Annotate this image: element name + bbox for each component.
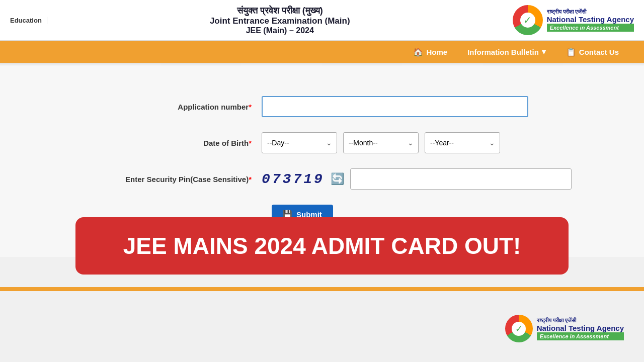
nav-info-bulletin-label: Information Bulletin bbox=[467, 48, 539, 56]
captcha-input[interactable] bbox=[350, 168, 572, 190]
nta-logo: ✓ राष्ट्रीय परीक्षा एजेंसी National Test… bbox=[513, 5, 634, 35]
captcha-container: 073719 🔄 bbox=[262, 168, 572, 190]
nta-checkmark-icon: ✓ bbox=[523, 14, 532, 26]
sub-title: JEE (Main) – 2024 bbox=[47, 26, 513, 35]
nav-home-label: Home bbox=[426, 48, 447, 56]
dropdown-icon: ▾ bbox=[542, 47, 546, 56]
month-select-wrapper: --Month--JanuaryFebruaryMarchAprilMayJun… bbox=[343, 132, 419, 153]
year-select[interactable]: --Year--20102009200820072006200520042003… bbox=[425, 132, 500, 153]
form-container: Application number* Date of Birth* --Day… bbox=[96, 86, 548, 234]
application-number-row: Application number* bbox=[116, 96, 528, 117]
captcha-code: 073719 bbox=[262, 171, 325, 187]
refresh-captcha-icon[interactable]: 🔄 bbox=[331, 172, 344, 186]
bottom-nta-text-box: राष्ट्रीय परीक्षा एजेंसी National Testin… bbox=[537, 317, 624, 340]
admit-card-banner: JEE MAINS 2024 ADMIT CARD OUT! bbox=[75, 217, 569, 275]
nav-contact-us[interactable]: 📋 Contact Us bbox=[556, 41, 629, 63]
header-right: ✓ राष्ट्रीय परीक्षा एजेंसी National Test… bbox=[513, 5, 634, 35]
dob-required-marker: * bbox=[249, 139, 252, 147]
nta-english-text: National Testing Agency bbox=[547, 15, 634, 24]
required-marker: * bbox=[249, 103, 252, 111]
nta-logo-circle: ✓ bbox=[513, 5, 543, 35]
home-icon: 🏠 bbox=[413, 47, 423, 57]
security-required-marker: * bbox=[249, 175, 252, 184]
nav-info-bulletin[interactable]: Information Bulletin ▾ bbox=[457, 41, 556, 63]
nav-contact-label: Contact Us bbox=[579, 48, 619, 56]
hindi-title: संयुक्त प्रवेश परीक्षा (मुख्य) bbox=[47, 6, 513, 16]
nta-tagline: Excellence in Assessment bbox=[547, 24, 634, 32]
bottom-nta-check-icon: ✓ bbox=[515, 323, 523, 334]
bottom-nta-english: National Testing Agency bbox=[537, 324, 624, 332]
bottom-nta-tagline: Excellence in Assessment bbox=[537, 332, 624, 340]
year-select-wrapper: --Year--20102009200820072006200520042003… bbox=[425, 132, 500, 153]
security-pin-label: Enter Security Pin(Case Sensitive)* bbox=[116, 175, 262, 184]
admit-card-banner-text: JEE MAINS 2024 ADMIT CARD OUT! bbox=[96, 232, 548, 259]
main-content: Application number* Date of Birth* --Day… bbox=[0, 66, 644, 257]
nav-home[interactable]: 🏠 Home bbox=[403, 41, 457, 63]
navbar: 🏠 Home Information Bulletin ▾ 📋 Contact … bbox=[0, 41, 644, 63]
dob-selects: --Day--123456789101112131415161718192021… bbox=[262, 132, 528, 153]
header-left: Education bbox=[10, 17, 47, 24]
dob-label: Date of Birth* bbox=[116, 139, 262, 147]
contact-icon: 📋 bbox=[566, 47, 576, 57]
security-pin-row: Enter Security Pin(Case Sensitive)* 0737… bbox=[116, 168, 528, 190]
edu-label: Education bbox=[10, 17, 47, 24]
bottom-nta-logo: ✓ राष्ट्रीय परीक्षा एजेंसी National Test… bbox=[505, 315, 624, 342]
application-number-input[interactable] bbox=[262, 96, 528, 117]
bottom-orange-bar bbox=[0, 287, 644, 291]
bottom-area: ✓ राष्ट्रीय परीक्षा एजेंसी National Test… bbox=[0, 287, 644, 347]
nta-text-box: राष्ट्रीय परीक्षा एजेंसी National Testin… bbox=[547, 9, 634, 32]
page-header: Education संयुक्त प्रवेश परीक्षा (मुख्य)… bbox=[0, 0, 644, 41]
day-select-wrapper: --Day--123456789101112131415161718192021… bbox=[262, 132, 337, 153]
bottom-nta-hindi: राष्ट्रीय परीक्षा एजेंसी bbox=[537, 317, 624, 324]
eng-title: Joint Entrance Examination (Main) bbox=[47, 16, 513, 26]
application-number-label: Application number* bbox=[116, 103, 262, 111]
month-select[interactable]: --Month--JanuaryFebruaryMarchAprilMayJun… bbox=[343, 132, 419, 153]
nta-hindi-text: राष्ट्रीय परीक्षा एजेंसी bbox=[547, 9, 634, 15]
bottom-nta-circle: ✓ bbox=[505, 315, 533, 342]
day-select[interactable]: --Day--123456789101112131415161718192021… bbox=[262, 132, 337, 153]
dob-row: Date of Birth* --Day--123456789101112131… bbox=[116, 132, 528, 153]
header-center: संयुक्त प्रवेश परीक्षा (मुख्य) Joint Ent… bbox=[47, 6, 513, 35]
